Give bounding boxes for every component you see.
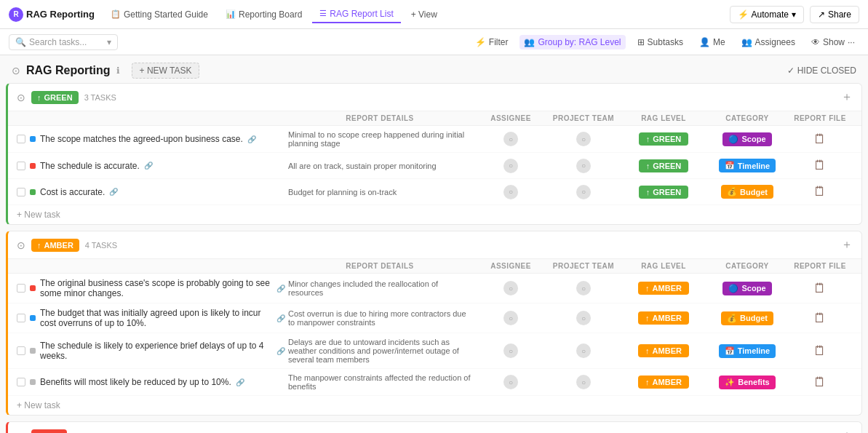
rag-cell-a1: ↑ AMBER <box>620 282 707 295</box>
app-icon: R <box>9 7 23 22</box>
col-header-rag-level-a: RAG LEVEL <box>620 262 707 270</box>
share-button[interactable]: ↗ Share <box>810 6 859 23</box>
task-link-icon-g3[interactable]: 🔗 <box>109 188 118 196</box>
automate-button[interactable]: ⚡ Automate ▾ <box>730 6 804 23</box>
rag-arrow-a3: ↑ <box>645 346 650 355</box>
section-toggle-amber[interactable]: ⊙ <box>17 239 25 251</box>
task-link-icon-a3[interactable]: 🔗 <box>276 347 285 355</box>
file-icon-a4[interactable]: 🗒 <box>813 375 827 390</box>
task-link-icon-a2[interactable]: 🔗 <box>276 314 285 322</box>
search-box[interactable]: 🔍 Search tasks... ▾ <box>9 34 118 50</box>
cat-cell-g3: 💰 Budget <box>707 185 787 199</box>
filter-icon: ⚡ <box>475 37 486 47</box>
report-file-g1: 🗒 <box>787 132 853 147</box>
file-icon-a1[interactable]: 🗒 <box>813 281 827 296</box>
rag-cell-a3: ↑ AMBER <box>620 344 707 357</box>
table-row: The original business case's scope is pr… <box>8 274 861 303</box>
search-chevron: ▾ <box>107 37 111 47</box>
hide-closed-button[interactable]: ✓ HIDE CLOSED <box>787 65 856 76</box>
rag-cell-g3: ↑ GREEN <box>620 186 707 199</box>
section-header-red: ⊙ ↑ RED 4 TASKS ＋ <box>8 422 861 433</box>
avatar-a2: ○ <box>503 311 518 325</box>
section-add-amber[interactable]: ＋ <box>841 237 853 253</box>
task-checkbox-a2[interactable] <box>17 314 25 322</box>
task-dot-a2 <box>30 315 36 321</box>
file-icon-g1[interactable]: 🗒 <box>813 132 827 147</box>
report-detail-g2: All are on track, sustain proper monitor… <box>285 162 474 170</box>
main-content: ⊙ RAG Reporting ℹ + NEW TASK ✓ HIDE CLOS… <box>0 55 868 433</box>
show-dots: ··· <box>848 37 855 47</box>
file-icon-g3[interactable]: 🗒 <box>813 184 827 199</box>
report-detail-a3: Delays are due to untoward incidents suc… <box>285 338 474 364</box>
rag-arrow-a2: ↑ <box>645 314 650 322</box>
task-link-icon-a1[interactable]: 🔗 <box>276 285 285 293</box>
tab-rag-report-list[interactable]: ☰ RAG Report List <box>312 6 400 23</box>
subtasks-button[interactable]: ⊞ Subtasks <box>633 35 688 49</box>
col-header-project-team-g: PROJECT TEAM <box>547 114 620 122</box>
section-add-red[interactable]: ＋ <box>841 428 853 433</box>
task-dot-a4 <box>30 379 36 385</box>
section-toggle-red[interactable]: ⊙ <box>17 430 25 434</box>
task-checkbox-g1[interactable] <box>17 135 25 143</box>
task-link-icon-g1[interactable]: 🔗 <box>247 135 256 143</box>
task-dot-a1 <box>30 285 36 291</box>
cat-cell-g2: 📅 Timeline <box>707 159 787 172</box>
group-by-label: Group by: RAG Level <box>538 37 621 47</box>
assignee-g2: ○ <box>474 159 547 173</box>
tab-getting-started[interactable]: 📋 Getting Started Guide <box>103 7 215 23</box>
budget-icon-a2: 💰 <box>727 314 737 323</box>
task-checkbox-g3[interactable] <box>17 188 25 196</box>
file-icon-a3[interactable]: 🗒 <box>813 343 827 359</box>
assignees-button[interactable]: 👥 Assignees <box>737 35 800 49</box>
task-checkbox-a4[interactable] <box>17 378 25 386</box>
group-by-button[interactable]: 👥 Group by: RAG Level <box>519 35 625 49</box>
benefits-icon-a4: ✨ <box>725 378 735 387</box>
rag-badge-g2: ↑ GREEN <box>639 159 689 172</box>
section-add-green[interactable]: ＋ <box>841 90 853 105</box>
col-header-report-details-a: REPORT DETAILS <box>285 262 474 270</box>
team-avatar-g2: ○ <box>576 159 591 173</box>
new-task-row-amber[interactable]: + New task <box>8 396 861 415</box>
col-header-report-file-a: REPORT FILE <box>787 262 853 270</box>
task-checkbox-g2[interactable] <box>17 162 25 170</box>
show-button[interactable]: 👁 Show ··· <box>807 35 859 49</box>
rag-arrow-g2: ↑ <box>646 162 650 170</box>
col-header-report-details-g: REPORT DETAILS <box>285 114 474 122</box>
col-headers-green: REPORT DETAILS ASSIGNEE PROJECT TEAM RAG… <box>8 111 861 126</box>
me-button[interactable]: 👤 Me <box>695 35 730 49</box>
task-checkbox-a1[interactable] <box>17 284 25 293</box>
report-file-g3: 🗒 <box>787 184 853 199</box>
table-row: The budget that was initially agreed upo… <box>8 303 861 333</box>
team-avatar-a4: ○ <box>576 375 591 389</box>
rag-arrow-a1: ↑ <box>645 284 650 293</box>
new-task-button[interactable]: + NEW TASK <box>132 63 200 79</box>
avatar-a3: ○ <box>503 343 518 358</box>
page-info-icon[interactable]: ℹ <box>116 65 120 76</box>
task-text-a3: The schedule is likely to experience bri… <box>40 341 272 361</box>
search-icon: 🔍 <box>15 37 26 47</box>
task-text-g1: The scope matches the agreed-upon busine… <box>40 134 243 144</box>
filter-button[interactable]: ⚡ Filter <box>471 35 513 49</box>
team-avatar-g1: ○ <box>576 132 591 146</box>
file-icon-g2[interactable]: 🗒 <box>813 158 827 173</box>
project-team-a3: ○ <box>547 343 620 358</box>
table-row: Benefits will most likely be reduced by … <box>8 369 861 396</box>
section-red: ⊙ ↑ RED 4 TASKS ＋ REPORT DETAILS ASSIGNE… <box>6 421 862 433</box>
section-count-amber: 4 TASKS <box>85 241 117 250</box>
task-link-icon-g2[interactable]: 🔗 <box>144 162 153 170</box>
tab-reporting-board[interactable]: 📊 Reporting Board <box>218 7 309 23</box>
category-badge-a1: 🔵 Scope <box>722 282 771 295</box>
task-checkbox-a3[interactable] <box>17 346 25 355</box>
report-detail-g1: Minimal to no scope creep happened durin… <box>285 130 474 148</box>
section-toggle-page[interactable]: ⊙ <box>12 65 20 76</box>
new-task-row-green[interactable]: + New task <box>8 205 861 224</box>
tab-reporting-board-icon: 📊 <box>226 9 236 19</box>
task-name-a4: Benefits will most likely be reduced by … <box>17 377 285 387</box>
rag-badge-a2: ↑ AMBER <box>638 311 689 325</box>
task-link-icon-a4[interactable]: 🔗 <box>236 378 244 386</box>
file-icon-a2[interactable]: 🗒 <box>813 311 827 326</box>
report-file-a2: 🗒 <box>787 311 853 326</box>
section-toggle-green[interactable]: ⊙ <box>17 92 25 103</box>
tab-add-view[interactable]: + View <box>404 7 445 23</box>
task-text-a2: The budget that was initially agreed upo… <box>40 308 272 328</box>
